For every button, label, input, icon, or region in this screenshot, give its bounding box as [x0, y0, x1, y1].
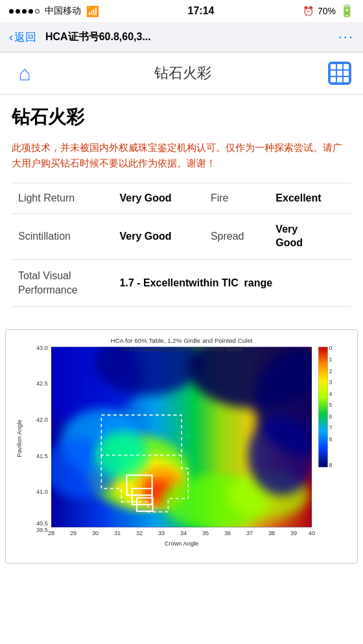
svg-text:40: 40: [309, 530, 315, 536]
svg-text:38: 38: [268, 530, 275, 536]
svg-text:HCA for 60% Table, 1.2% Girdle: HCA for 60% Table, 1.2% Girdle and Point…: [110, 338, 252, 345]
signal-dots: [9, 9, 40, 14]
value-spread: VeryGood: [269, 214, 351, 260]
grid-icon: [331, 64, 349, 82]
svg-text:Crown Angle: Crown Angle: [165, 540, 199, 547]
svg-text:AGS 0 Candidates for 60% Table: AGS 0 Candidates for 60% Table in white …: [121, 346, 243, 352]
hca-chart: HCA for 60% Table, 1.2% Girdle and Point…: [11, 335, 352, 555]
ratings-table: Light Return Very Good Fire Excellent Sc…: [12, 183, 351, 307]
svg-rect-44: [318, 347, 327, 467]
svg-text:28: 28: [48, 530, 54, 536]
table-row: Scintillation Very Good Spread VeryGood: [12, 214, 351, 260]
hca-chart-container: HCA for 60% Table, 1.2% Girdle and Point…: [5, 329, 358, 564]
svg-text:39: 39: [290, 530, 297, 536]
svg-text:42.0: 42.0: [36, 417, 48, 423]
svg-text:29: 29: [70, 530, 76, 536]
status-right: ⏰ 70% 🔋: [303, 4, 354, 18]
home-button[interactable]: ⌂: [12, 60, 38, 86]
nav-title: HCA证书号60.8,60,3...: [43, 30, 332, 44]
svg-text:40.5: 40.5: [36, 520, 48, 527]
svg-text:41.5: 41.5: [36, 453, 48, 459]
home-icon: ⌂: [18, 62, 30, 86]
table-row: Total VisualPerformance 1.7 - Excellentw…: [12, 259, 351, 307]
svg-text:42.5: 42.5: [36, 381, 48, 387]
svg-text:33: 33: [158, 530, 165, 536]
svg-text:3: 3: [329, 380, 333, 386]
svg-text:2: 2: [329, 369, 333, 374]
table-row: Light Return Very Good Fire Excellent: [12, 183, 351, 214]
svg-text:7: 7: [329, 426, 333, 431]
back-button[interactable]: ‹ 返回: [9, 30, 36, 45]
label-scintillation: Scintillation: [12, 214, 113, 260]
label-total-visual: Total VisualPerformance: [12, 259, 113, 307]
battery-label: 70%: [318, 6, 336, 16]
svg-text:37: 37: [246, 530, 253, 536]
page-title: 钻石火彩: [12, 105, 351, 130]
carrier-label: 中国移动: [45, 5, 81, 17]
svg-text:39.5: 39.5: [36, 527, 48, 533]
back-label: 返回: [14, 30, 36, 45]
more-button[interactable]: ···: [338, 29, 354, 45]
svg-text:35: 35: [202, 530, 209, 536]
svg-text:30: 30: [92, 530, 99, 536]
svg-text:5: 5: [329, 403, 333, 409]
status-left: 中国移动 📶: [9, 5, 99, 17]
svg-text:6: 6: [329, 414, 333, 420]
toolbar: ⌂ 钻石火彩: [0, 52, 363, 95]
toolbar-title: 钻石火彩: [154, 63, 211, 83]
value-fire: Excellent: [269, 183, 351, 214]
disclaimer-text: 此项技术，并未被国内外权威珠宝鉴定机构认可。仅作为一种探索尝试。请广大用户购买钻…: [12, 140, 351, 171]
label-fire: Fire: [204, 183, 269, 214]
grid-view-button[interactable]: [328, 62, 351, 85]
svg-text:4: 4: [329, 391, 333, 397]
value-total-visual: 1.7 - Excellentwithin TIC range: [113, 259, 351, 307]
svg-text:1: 1: [329, 358, 333, 363]
alarm-icon: ⏰: [303, 6, 314, 16]
svg-text:43.0: 43.0: [36, 345, 48, 351]
svg-text:31: 31: [114, 530, 121, 536]
main-content: 钻石火彩 此项技术，并未被国内外权威珠宝鉴定机构认可。仅作为一种探索尝试。请广大…: [0, 95, 363, 317]
label-spread: Spread: [204, 214, 269, 260]
status-time: 17:14: [188, 5, 215, 17]
svg-text:34: 34: [180, 530, 187, 536]
label-light-return: Light Return: [12, 183, 113, 214]
value-light-return: Very Good: [113, 183, 204, 214]
svg-point-15: [248, 415, 315, 496]
status-bar: 中国移动 📶 17:14 ⏰ 70% 🔋: [0, 0, 363, 22]
back-chevron-icon: ‹: [9, 30, 13, 44]
svg-text:8: 8: [329, 463, 333, 468]
svg-text:Pavilion Angle: Pavilion Angle: [16, 420, 23, 457]
svg-text:0: 0: [329, 345, 333, 351]
value-scintillation: Very Good: [113, 214, 204, 260]
nav-bar: ‹ 返回 HCA证书号60.8,60,3... ···: [0, 22, 363, 52]
wifi-icon: 📶: [86, 5, 99, 17]
svg-text:41.0: 41.0: [36, 489, 48, 496]
svg-text:32: 32: [136, 530, 143, 536]
svg-text:8: 8: [329, 437, 333, 443]
svg-text:36: 36: [224, 530, 231, 536]
battery-icon: 🔋: [340, 4, 354, 18]
